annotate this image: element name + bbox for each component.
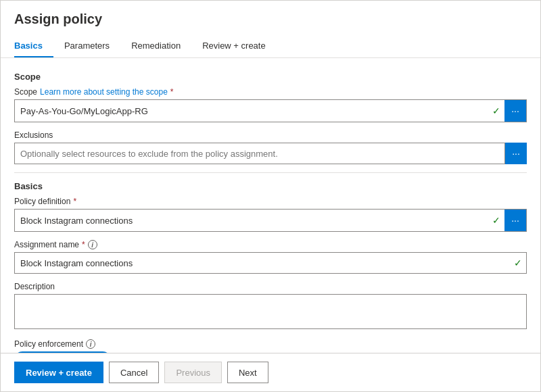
policy-definition-field-group: Policy definition * ✓ ···	[14, 197, 527, 232]
scope-ellipsis-icon: ···	[511, 105, 519, 116]
description-field-group: Description	[14, 282, 527, 331]
policy-definition-label: Policy definition *	[14, 197, 527, 206]
description-label: Description	[14, 282, 527, 291]
scope-input-row: ✓ ···	[14, 99, 527, 122]
dialog-title: Assign policy	[14, 11, 527, 27]
scope-input[interactable]	[15, 100, 488, 122]
policy-definition-ellipsis-icon: ···	[511, 215, 519, 226]
policy-definition-input-row: ✓ ···	[14, 209, 527, 232]
assignment-name-field-group: Assignment name * i ✓	[14, 240, 527, 274]
scope-check-icon: ✓	[488, 100, 504, 122]
policy-enforcement-info-icon[interactable]: i	[86, 339, 95, 349]
assignment-name-input[interactable]	[15, 258, 510, 268]
exclusions-field-group: Exclusions ···	[14, 130, 527, 164]
dialog-header: Assign policy Basics Parameters Remediat…	[1, 1, 540, 58]
exclusions-ellipsis-icon: ···	[512, 148, 520, 159]
tab-basics[interactable]: Basics	[14, 35, 53, 57]
review-create-button[interactable]: Review + create	[14, 362, 103, 383]
assignment-name-check-icon: ✓	[510, 258, 526, 268]
scope-section-title: Scope	[14, 72, 527, 82]
tab-bar: Basics Parameters Remediation Review + c…	[14, 35, 527, 57]
basics-section-title: Basics	[14, 181, 527, 191]
exclusions-input-row: ···	[14, 143, 527, 164]
policy-definition-check-icon: ✓	[488, 210, 504, 231]
policy-enforcement-group: Policy enforcement i Enabled Disabled	[14, 339, 527, 353]
next-button[interactable]: Next	[227, 362, 268, 383]
policy-enforcement-label: Policy enforcement i	[14, 339, 527, 349]
tab-review-create[interactable]: Review + create	[191, 35, 277, 57]
cancel-button[interactable]: Cancel	[109, 362, 159, 383]
assignment-name-label: Assignment name * i	[14, 240, 527, 249]
previous-button: Previous	[164, 362, 222, 383]
exclusions-browse-button[interactable]: ···	[505, 143, 527, 164]
assignment-name-info-icon[interactable]: i	[88, 240, 97, 249]
tab-remediation[interactable]: Remediation	[120, 35, 191, 57]
scope-field-label: Scope Learn more about setting the scope…	[14, 87, 527, 97]
policy-definition-browse-button[interactable]: ···	[504, 210, 526, 231]
dialog-footer: Review + create Cancel Previous Next	[1, 353, 540, 391]
policy-definition-input[interactable]	[15, 210, 488, 231]
exclusions-label: Exclusions	[14, 130, 527, 140]
description-input[interactable]	[14, 294, 527, 329]
scope-browse-button[interactable]: ···	[504, 100, 526, 122]
exclusions-input[interactable]	[14, 143, 505, 164]
tab-parameters[interactable]: Parameters	[53, 35, 120, 57]
scope-learn-more-link[interactable]: Learn more about setting the scope	[40, 87, 168, 97]
section-divider	[14, 172, 527, 173]
assignment-name-input-row: ✓	[14, 252, 527, 274]
dialog-body: Scope Scope Learn more about setting the…	[1, 58, 540, 353]
assign-policy-dialog: Assign policy Basics Parameters Remediat…	[0, 0, 541, 392]
scope-field-group: Scope Learn more about setting the scope…	[14, 87, 527, 122]
